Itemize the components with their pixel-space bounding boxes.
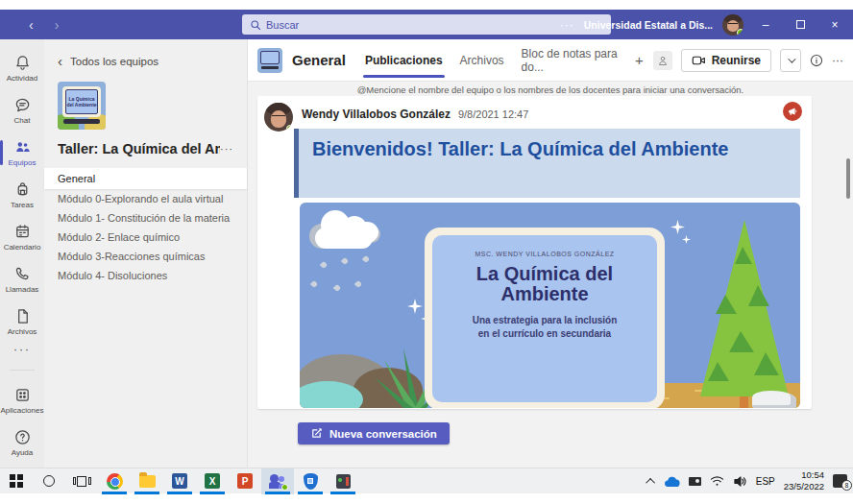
members-button[interactable] (653, 51, 672, 70)
post-author-name[interactable]: Wendy Villalobos González (302, 108, 451, 121)
onedrive-cloud-icon[interactable] (664, 475, 680, 488)
tab-bloc-de-notas[interactable]: Bloc de notas para do... (522, 47, 618, 74)
cortana-icon (43, 475, 55, 487)
org-name[interactable]: Universidad Estatal a Dis... (584, 19, 713, 31)
language-indicator[interactable]: ESP (756, 476, 775, 487)
posts-area: @Mencione el nombre del equipo o los nom… (248, 82, 853, 468)
rail-item-archivos[interactable]: Archivos (0, 300, 44, 343)
chevron-down-icon (788, 55, 795, 62)
team-options-icon[interactable]: ··· (220, 143, 233, 155)
channel-modulo-1[interactable]: Módulo 1- Constitución de la materia (44, 208, 247, 228)
maximize-icon (796, 20, 805, 29)
meet-now-button[interactable]: Reunirse (681, 49, 771, 72)
rail-item-calendario[interactable]: Calendario (0, 216, 44, 258)
rail-divider (10, 370, 35, 371)
taskbar-chrome[interactable] (98, 468, 131, 494)
taskbar-word[interactable]: W (163, 468, 196, 494)
teams-titlebar: ‹ › Buscar ··· Universidad Estatal a Dis… (0, 10, 853, 39)
post-author-avatar[interactable] (264, 103, 293, 132)
windows-taskbar: W X P ESP 10:54 23/5/2022 8 (0, 468, 853, 493)
channel-tabs: Publicaciones Archivos Bloc de notas par… (365, 47, 644, 74)
add-tab-icon[interactable]: + (635, 52, 644, 68)
cloud-illustration (307, 208, 413, 256)
channel-main: General Publicaciones Archivos Bloc de n… (248, 39, 853, 468)
windows-logo-icon (10, 474, 23, 488)
maximize-button[interactable] (788, 10, 813, 39)
all-teams-label: Todos los equipos (70, 56, 158, 67)
taskbar-security-app[interactable] (294, 468, 327, 494)
chrome-icon (107, 473, 123, 490)
channel-modulo-2[interactable]: Módulo 2- Enlace químico (44, 228, 247, 247)
utility-app-icon (336, 474, 351, 489)
rail-more-icon[interactable]: ··· (13, 343, 31, 362)
user-avatar[interactable] (722, 14, 743, 36)
calendar-icon (13, 223, 32, 241)
close-button[interactable]: × (822, 10, 847, 39)
chat-icon (13, 96, 32, 114)
post-timestamp: 9/8/2021 12:47 (458, 108, 528, 120)
search-input[interactable]: Buscar (242, 14, 611, 35)
new-conversation-button[interactable]: Nueva conversación (298, 422, 450, 444)
scrollbar[interactable] (846, 158, 850, 199)
volume-icon[interactable] (733, 475, 747, 488)
backpack-icon (13, 180, 32, 199)
channel-modulo-0[interactable]: Módulo 0-Explorando el aula virtual (44, 189, 247, 208)
channel-modulo-4[interactable]: Módulo 4- Disoluciones (44, 266, 247, 285)
presence-available-dot (286, 125, 293, 132)
taskbar-teams[interactable] (261, 468, 294, 494)
cortana-button[interactable] (33, 468, 65, 494)
notification-tray-icon[interactable]: 8 (833, 474, 847, 488)
quimica-card: MSC. WENDY VILLALOBOS GONZÁLEZ La Químic… (425, 228, 665, 408)
back-chevron-icon: ‹ (58, 54, 62, 68)
file-explorer-icon (139, 475, 156, 488)
channel-modulo-3[interactable]: Módulo 3-Reacciones químicas (44, 247, 247, 266)
titlebar-more-icon[interactable]: ··· (560, 18, 574, 32)
meet-options-button[interactable] (780, 49, 801, 72)
taskbar-file-explorer[interactable] (131, 468, 163, 494)
tree-illustration (696, 218, 792, 408)
raindrop (320, 261, 328, 269)
rail-item-tareas[interactable]: Tareas (0, 174, 44, 216)
back-icon[interactable]: ‹ (29, 17, 34, 33)
system-tray: ESP 10:54 23/5/2022 8 (648, 469, 853, 492)
team-title[interactable]: Taller: La Química del Ambi... (58, 141, 220, 156)
taskbar-powerpoint[interactable]: P (229, 468, 261, 494)
raindrop (362, 255, 370, 263)
device-tray-icon[interactable] (689, 477, 701, 486)
task-view-button[interactable] (65, 468, 98, 494)
channel-more-icon[interactable]: ··· (832, 54, 843, 67)
excel-icon: X (205, 473, 220, 489)
team-image[interactable]: La Química del Ambiente (58, 82, 106, 130)
teams-icon (269, 473, 286, 489)
channel-general[interactable]: General (44, 168, 247, 189)
taskbar-excel[interactable]: X (196, 468, 229, 494)
raindrop (310, 280, 318, 288)
announcement-post[interactable]: Wendy Villalobos González 9/8/2021 12:47… (257, 96, 812, 409)
announcement-banner: Bienvenidos! Taller: La Química del Ambi… (294, 129, 800, 198)
rail-item-chat[interactable]: Chat (0, 89, 44, 132)
tab-archivos[interactable]: Archivos (460, 54, 504, 67)
presence-available-dot (737, 29, 743, 36)
rail-item-equipos[interactable]: Equipos (0, 132, 44, 174)
forward-icon[interactable]: › (55, 17, 60, 33)
minimize-button[interactable]: – (753, 10, 778, 39)
date: 23/5/2022 (784, 481, 824, 492)
post-image[interactable]: MSC. WENDY VILLALOBOS GONZÁLEZ La Químic… (300, 203, 800, 408)
camera-icon (692, 55, 706, 66)
taskbar-utility-app[interactable] (327, 468, 359, 494)
clock[interactable]: 10:54 23/5/2022 (784, 469, 824, 492)
apps-grid-icon (13, 386, 32, 404)
help-circle-icon (13, 428, 32, 446)
rail-item-ayuda[interactable]: Ayuda (0, 421, 44, 464)
start-button[interactable] (0, 468, 33, 494)
channel-info-button[interactable] (810, 54, 823, 67)
tray-expand-icon[interactable] (646, 477, 655, 487)
rail-item-actividad[interactable]: Actividad (0, 47, 44, 89)
rail-item-llamadas[interactable]: Llamadas (0, 258, 44, 300)
search-icon (250, 19, 261, 31)
rail-item-aplicaciones[interactable]: Aplicaciones (0, 379, 44, 421)
wifi-icon[interactable] (710, 475, 724, 487)
word-icon: W (172, 473, 187, 489)
tab-publicaciones[interactable]: Publicaciones (365, 54, 443, 67)
all-teams-back-link[interactable]: ‹ Todos los equipos (44, 39, 247, 68)
